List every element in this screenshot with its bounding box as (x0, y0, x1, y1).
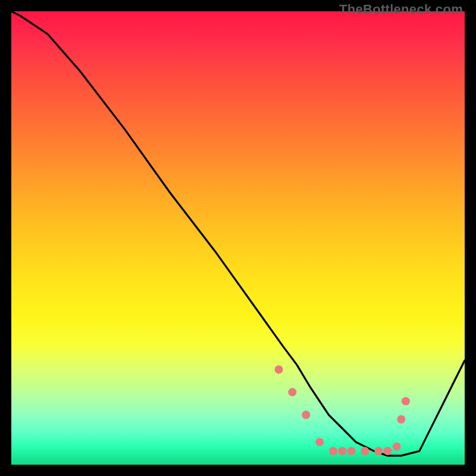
optimal-marker (397, 415, 405, 424)
optimal-marker (302, 411, 310, 419)
optimal-marker (275, 365, 283, 374)
watermark-text: TheBottleneck.com (339, 2, 463, 17)
optimal-marker (347, 447, 356, 455)
optimal-range-markers (275, 365, 410, 455)
optimal-marker (338, 447, 346, 455)
optimal-marker (384, 447, 392, 455)
optimal-marker (315, 438, 324, 446)
curve-svg (11, 11, 465, 465)
bottleneck-curve (11, 11, 465, 456)
optimal-marker (374, 447, 383, 455)
chart-stage: TheBottleneck.com (0, 0, 476, 476)
optimal-marker (288, 388, 296, 396)
optimal-marker (329, 447, 337, 455)
optimal-marker (402, 397, 410, 405)
plot-area (11, 11, 465, 465)
optimal-marker (361, 447, 369, 455)
optimal-marker (393, 443, 401, 451)
